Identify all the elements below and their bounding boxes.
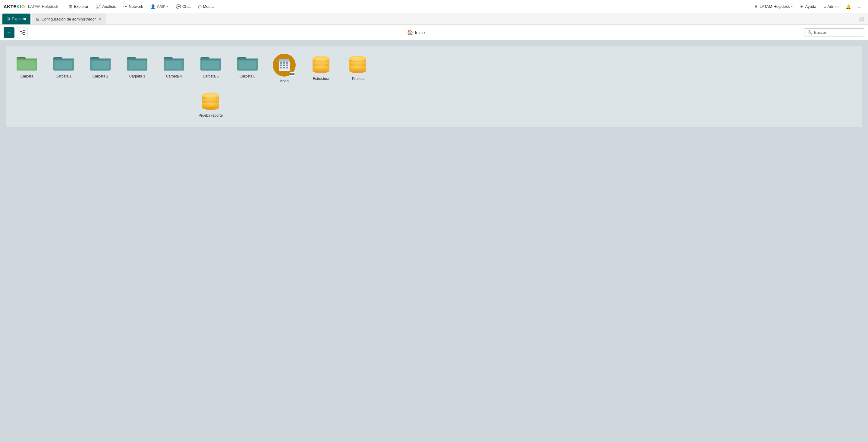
svg-point-74	[352, 65, 363, 68]
nav-notifications[interactable]: 🔔	[843, 3, 854, 10]
maximize-button[interactable]: ⬜	[857, 16, 866, 22]
nav-chat[interactable]: 💬 Chat	[173, 3, 193, 10]
folder-teal-2-icon	[90, 54, 111, 72]
item-carpeta[interactable]: Carpeta	[13, 54, 40, 79]
helpdesk-chevron-icon: ▾	[791, 5, 793, 8]
svg-point-84	[205, 101, 216, 105]
nav-admin[interactable]: ≡ Admin	[820, 3, 841, 10]
nav-explorar[interactable]: ⊞ Explorar	[66, 3, 91, 10]
brand-name: LATAM-Helpdesk	[28, 4, 58, 9]
svg-rect-45	[283, 62, 285, 64]
tab-config[interactable]: ⊟ Configuración de administrador ✕	[32, 13, 106, 24]
prueba-reporte-label: Prueba reporte	[198, 113, 223, 118]
folder-teal-1-icon	[53, 54, 74, 72]
add-button[interactable]: +	[4, 27, 14, 38]
icono-label: Ícono	[280, 79, 288, 83]
search-box[interactable]: 🔍	[804, 28, 864, 36]
star-icon: ✦	[800, 4, 804, 9]
svg-rect-41	[239, 61, 256, 69]
search-icon: 🔍	[807, 30, 812, 35]
svg-rect-30	[164, 58, 184, 60]
item-carpeta2[interactable]: Carpeta 2	[87, 54, 114, 79]
svg-rect-16	[55, 61, 72, 69]
svg-rect-54	[279, 59, 289, 61]
svg-line-4	[22, 31, 23, 31]
svg-point-63	[315, 61, 327, 64]
svg-point-82	[205, 94, 216, 97]
nav-amp[interactable]: 👤 AMP ▾	[147, 3, 172, 10]
database-prueba-reporte-icon	[200, 90, 221, 111]
nav-analisis[interactable]: 📈 Análisis	[93, 3, 119, 10]
tab-explorar[interactable]: ⊞ Explorar	[2, 13, 30, 24]
content-area: Carpeta Carpeta 1	[6, 47, 862, 127]
svg-rect-1	[23, 30, 25, 31]
svg-rect-21	[92, 61, 109, 69]
nav-media[interactable]: ⬡ Media	[195, 3, 217, 10]
item-prueba[interactable]: Prueba	[344, 54, 371, 81]
carpeta6-label: Carpeta 6	[240, 74, 255, 79]
bars-icon: ≡	[824, 4, 826, 9]
items-grid-row2: Prueba reporte	[13, 90, 855, 118]
amp-icon: 👤	[150, 4, 156, 9]
svg-rect-50	[280, 67, 282, 68]
svg-rect-11	[19, 61, 35, 69]
toolbar: + 🏠 Inicio 🔍	[0, 25, 868, 40]
svg-rect-35	[200, 58, 221, 60]
svg-rect-44	[280, 62, 282, 64]
folder-teal-3-icon	[126, 54, 148, 72]
svg-rect-26	[129, 61, 146, 69]
item-carpeta4[interactable]: Carpeta 4	[160, 54, 187, 79]
item-carpeta3[interactable]: Carpeta 3	[124, 54, 151, 79]
svg-rect-51	[283, 67, 285, 68]
config-tab-icon: ⊟	[36, 17, 39, 21]
svg-rect-25	[127, 58, 147, 60]
tab-bar: ⊞ Explorar ⊟ Configuración de administra…	[0, 13, 868, 25]
item-estructura[interactable]: Estructura	[307, 54, 335, 81]
tree-view-button[interactable]	[17, 27, 28, 38]
item-carpeta1[interactable]: Carpeta 1	[50, 54, 77, 79]
item-icono[interactable]: Ícono	[271, 54, 298, 83]
svg-rect-49	[286, 64, 288, 66]
item-carpeta6[interactable]: Carpeta 6	[234, 54, 261, 79]
chat-icon: 💬	[176, 4, 181, 9]
monitor-icon: 🖥	[754, 4, 758, 9]
folder-green-icon	[16, 54, 38, 72]
carpeta-label: Carpeta	[21, 74, 33, 79]
building-icon	[273, 54, 296, 77]
folder-teal-5-icon	[200, 54, 221, 72]
badge-icon	[290, 72, 295, 76]
grid-icon: ⊞	[69, 4, 72, 9]
bell-icon: 🔔	[846, 4, 851, 9]
svg-rect-20	[90, 58, 111, 60]
nav-more[interactable]: ...	[855, 3, 864, 10]
svg-rect-52	[286, 67, 288, 68]
nav-network[interactable]: 〜 Network	[120, 3, 146, 10]
svg-point-62	[315, 57, 327, 60]
chart-icon: 📈	[96, 4, 101, 9]
svg-rect-31	[165, 61, 182, 69]
main-content: Carpeta Carpeta 1	[0, 40, 868, 133]
network-icon: 〜	[123, 4, 127, 9]
nav-ayuda[interactable]: ✦ Ayuda	[797, 3, 819, 10]
logo[interactable]: AKTEKIO LATAM-Helpdesk	[4, 4, 58, 9]
nav-helpdesk[interactable]: 🖥 LATAM-Helpdesk ▾	[751, 3, 796, 10]
home-icon: 🏠	[407, 30, 413, 35]
plus-icon: +	[7, 29, 11, 36]
carpeta1-label: Carpeta 1	[56, 74, 72, 79]
tab-bar-right: ⬜	[857, 16, 866, 22]
explorar-tab-icon: ⊞	[7, 17, 10, 21]
svg-point-73	[352, 61, 363, 64]
tree-icon	[20, 30, 25, 35]
close-tab-button[interactable]: ✕	[99, 17, 101, 21]
search-input[interactable]	[814, 30, 861, 35]
prueba-label: Prueba	[352, 77, 364, 81]
home-breadcrumb[interactable]: 🏠 Inicio	[407, 30, 425, 35]
item-carpeta5[interactable]: Carpeta 5	[197, 54, 224, 79]
carpeta3-label: Carpeta 3	[129, 74, 145, 79]
svg-rect-40	[237, 58, 258, 60]
item-prueba-reporte[interactable]: Prueba reporte	[197, 90, 224, 118]
carpeta2-label: Carpeta 2	[93, 74, 108, 79]
svg-rect-47	[280, 64, 282, 66]
media-icon: ⬡	[198, 4, 202, 9]
carpeta4-label: Carpeta 4	[166, 74, 182, 79]
